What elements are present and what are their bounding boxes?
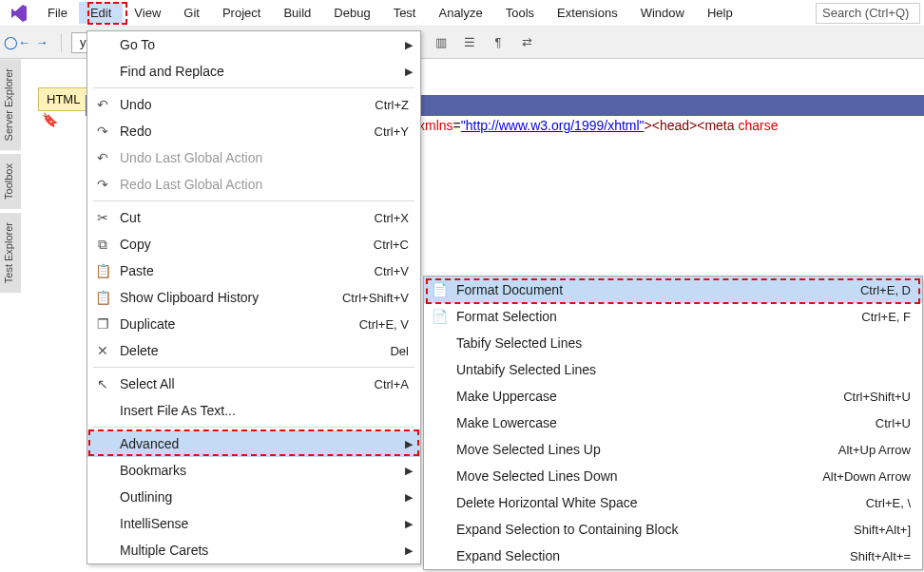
menu-item-undo-last-global-action: ↶Undo Last Global Action <box>87 144 420 171</box>
nav-forward-icon[interactable]: → <box>32 33 51 52</box>
undo-global-icon: ↶ <box>93 150 112 165</box>
menu-separator <box>93 87 414 88</box>
toolbar-divider <box>61 33 62 52</box>
menu-item-go-to[interactable]: Go To▶ <box>87 31 420 58</box>
menu-item-shortcut: Ctrl+V <box>346 264 409 278</box>
menu-help[interactable]: Help <box>696 2 744 24</box>
menu-build[interactable]: Build <box>272 2 322 24</box>
menu-item-duplicate[interactable]: ❐DuplicateCtrl+E, V <box>87 311 420 337</box>
submenu-arrow-icon: ▶ <box>405 438 413 450</box>
menu-item-select-all[interactable]: ↖Select AllCtrl+A <box>87 371 420 397</box>
sidetab-toolbox[interactable]: Toolbox <box>0 154 21 209</box>
menu-item-label: Make Lowercase <box>456 415 847 430</box>
menu-window[interactable]: Window <box>629 2 696 24</box>
toolbar-icon[interactable]: ¶ <box>489 33 508 52</box>
menu-item-shortcut: Ctrl+Shift+U <box>815 390 911 404</box>
menu-item-label: Outlining <box>120 489 409 505</box>
delete-icon: ✕ <box>93 343 112 358</box>
toolbar-icon[interactable]: ⇄ <box>517 33 536 52</box>
menu-item-move-selected-lines-down[interactable]: Move Selected Lines DownAlt+Down Arrow <box>424 463 922 489</box>
search-input[interactable]: Search (Ctrl+Q) <box>816 3 920 24</box>
menu-item-shortcut: Del <box>361 344 409 358</box>
toolbar-icon[interactable]: ▥ <box>432 33 451 52</box>
document-tabstrip: HTML <box>38 87 88 111</box>
menu-item-redo[interactable]: ↷RedoCtrl+Y <box>87 118 420 144</box>
menu-project[interactable]: Project <box>211 2 272 24</box>
menu-analyze[interactable]: Analyze <box>427 2 493 24</box>
menu-item-label: Tabify Selected Lines <box>456 335 911 351</box>
vs-logo-icon <box>8 2 30 25</box>
sidetab-label: Test Explorer <box>3 222 14 283</box>
bookmark-icon[interactable]: 🔖 <box>42 112 58 127</box>
menu-item-shortcut: Ctrl+E, F <box>833 310 911 324</box>
redo-global-icon: ↷ <box>93 177 112 192</box>
code-eq: = <box>453 118 461 133</box>
menu-window-label: Window <box>641 6 684 20</box>
menu-item-move-selected-lines-up[interactable]: Move Selected Lines UpAlt+Up Arrow <box>424 436 922 463</box>
code-line: xmlns="http://www.w3.org/1999/xhtml"><he… <box>418 118 778 133</box>
copy-icon: ⧉ <box>93 237 112 253</box>
menu-item-multiple-carets[interactable]: Multiple Carets▶ <box>87 537 420 563</box>
menu-item-label: Move Selected Lines Up <box>456 442 810 457</box>
menu-test[interactable]: Test <box>382 2 428 24</box>
menu-item-tabify-selected-lines[interactable]: Tabify Selected Lines <box>424 330 922 356</box>
menu-view[interactable]: View <box>123 2 172 24</box>
menu-separator <box>93 427 414 428</box>
menu-item-label: Cut <box>120 210 346 225</box>
menu-item-format-document[interactable]: 📄Format DocumentCtrl+E, D <box>424 276 922 303</box>
menu-item-shortcut: Alt+Up Arrow <box>810 443 911 457</box>
menu-item-intellisense[interactable]: IntelliSense▶ <box>87 510 420 537</box>
menu-item-show-clipboard-history[interactable]: 📋Show Clipboard HistoryCtrl+Shift+V <box>87 284 420 311</box>
menu-item-expand-selection[interactable]: Expand SelectionShift+Alt+= <box>424 543 922 569</box>
nav-back-icon[interactable]: ◯← <box>8 33 27 52</box>
menu-item-paste[interactable]: 📋PasteCtrl+V <box>87 257 420 284</box>
menu-item-cut[interactable]: ✂CutCtrl+X <box>87 204 420 231</box>
menu-tools[interactable]: Tools <box>494 2 546 24</box>
sidetab-label: Toolbox <box>3 163 14 200</box>
menu-item-label: IntelliSense <box>120 516 409 531</box>
menu-debug[interactable]: Debug <box>322 2 381 24</box>
menubar: File Edit View Git Project Build Debug T… <box>0 0 924 27</box>
menu-analyze-label: Analyze <box>438 6 482 20</box>
menu-file-label: File <box>48 6 67 20</box>
menu-item-make-uppercase[interactable]: Make UppercaseCtrl+Shift+U <box>424 383 922 410</box>
menu-item-shortcut: Ctrl+A <box>346 377 409 391</box>
toolbar-icon[interactable]: ☰ <box>460 33 479 52</box>
menu-item-label: Move Selected Lines Down <box>456 468 794 484</box>
menu-item-advanced[interactable]: Advanced▶ <box>87 430 420 457</box>
menu-item-copy[interactable]: ⧉CopyCtrl+C <box>87 231 420 257</box>
menu-item-undo[interactable]: ↶UndoCtrl+Z <box>87 91 420 118</box>
redo-icon: ↷ <box>93 124 112 139</box>
menu-item-shortcut: Shift+Alt+] <box>825 523 911 537</box>
menu-git-label: Git <box>183 6 200 20</box>
sidetab-test-explorer[interactable]: Test Explorer <box>0 213 21 293</box>
menu-item-delete[interactable]: ✕DeleteDel <box>87 337 420 364</box>
menu-item-delete-horizontal-white-space[interactable]: Delete Horizontal White SpaceCtrl+E, \ <box>424 489 922 516</box>
menu-item-label: Go To <box>120 37 409 52</box>
menu-item-insert-file-as-text-[interactable]: Insert File As Text... <box>87 397 420 424</box>
advanced-submenu: 📄Format DocumentCtrl+E, D📄Format Selecti… <box>423 276 923 570</box>
submenu-arrow-icon: ▶ <box>405 465 413 477</box>
menu-item-outlining[interactable]: Outlining▶ <box>87 484 420 510</box>
menu-item-label: Find and Replace <box>120 64 409 79</box>
menu-item-expand-selection-to-containing-block[interactable]: Expand Selection to Containing BlockShif… <box>424 516 922 543</box>
menu-file[interactable]: File <box>36 2 79 24</box>
menu-item-make-lowercase[interactable]: Make LowercaseCtrl+U <box>424 410 922 436</box>
menu-item-format-selection[interactable]: 📄Format SelectionCtrl+E, F <box>424 303 922 330</box>
sidetab-server-explorer[interactable]: Server Explorer <box>0 59 21 150</box>
menu-help-label: Help <box>707 6 733 20</box>
document-tab[interactable]: HTML <box>38 87 88 111</box>
paste-icon: 📋 <box>93 263 112 278</box>
submenu-arrow-icon: ▶ <box>405 39 413 51</box>
menu-item-label: Delete <box>120 343 361 358</box>
menu-item-label: Format Selection <box>456 309 833 324</box>
menu-git[interactable]: Git <box>172 2 211 24</box>
menu-extensions[interactable]: Extensions <box>546 2 629 24</box>
duplicate-icon: ❐ <box>93 316 112 332</box>
menu-item-label: Redo Last Global Action <box>120 177 409 192</box>
sidetab-label: Server Explorer <box>3 68 14 141</box>
menu-edit[interactable]: Edit <box>79 2 123 24</box>
menu-item-untabify-selected-lines[interactable]: Untabify Selected Lines <box>424 356 922 383</box>
menu-item-bookmarks[interactable]: Bookmarks▶ <box>87 457 420 484</box>
menu-item-find-and-replace[interactable]: Find and Replace▶ <box>87 58 420 85</box>
